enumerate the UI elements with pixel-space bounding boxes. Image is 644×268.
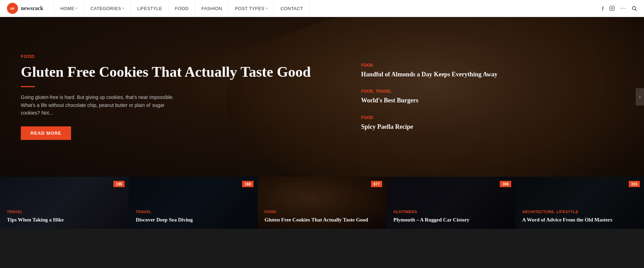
nav-item-categories[interactable]: CATEGORIES ▾ [84, 0, 131, 17]
card-hike[interactable]: 195 Travel Tips When Taking a Hike [0, 177, 129, 229]
navbar: nr newsrack HOME ▾ CATEGORIES ▾ LIFESTYL… [0, 0, 644, 17]
more-icon[interactable]: ··· [620, 5, 626, 12]
nav-link-fashion[interactable]: FASHION [195, 0, 229, 17]
hero-side-cat-1: Food [361, 63, 569, 68]
card-masters-badge: 315 [629, 181, 640, 187]
card-car-title: Plymouth – A Rugged Car Cistory [393, 217, 508, 224]
hero-main-description: Going gluten-free is hard. But giving up… [21, 93, 180, 117]
card-masters-content: Architecture, Lifestyle A Word of Advice… [515, 177, 644, 229]
card-diving-badge: 168 [242, 181, 253, 187]
nav-link-categories[interactable]: CATEGORIES ▾ [84, 0, 131, 17]
card-diving-title: Discover Deep Sea Diving [136, 217, 250, 224]
svg-point-3 [633, 7, 636, 10]
chevron-down-icon: ▾ [122, 7, 124, 10]
card-diving-content: Travel Discover Deep Sea Diving [129, 177, 257, 229]
card-masters-category: Architecture, Lifestyle [522, 210, 637, 214]
card-cookies-category: Food [265, 210, 379, 214]
hero-next-button[interactable]: › [636, 88, 644, 106]
svg-point-2 [613, 7, 613, 7]
card-cookies[interactable]: 677 Food Gluten Free Cookies That Actual… [258, 177, 386, 229]
card-hike-title: Tips When Taking a Hike [7, 217, 122, 224]
logo[interactable]: nr newsrack [7, 3, 43, 14]
hero-side-title-2[interactable]: World's Best Burgers [361, 97, 569, 104]
hero-content: Food Gluten Free Cookies That Actually T… [0, 17, 644, 177]
hero-side-title-3[interactable]: Spicy Paella Recipe [361, 123, 569, 131]
card-diving-category: Travel [136, 210, 250, 214]
hero-sidebar: Food Handful of Almonds a Day Keeps Ever… [354, 17, 579, 177]
read-more-button[interactable]: READ MORE [21, 126, 71, 140]
nav-item-fashion[interactable]: FASHION [195, 0, 229, 17]
logo-name: newsrack [21, 5, 43, 11]
card-hike-badge: 195 [113, 181, 124, 187]
svg-rect-0 [610, 6, 614, 10]
nav-item-post-types[interactable]: POST TYPES ▾ [229, 0, 274, 17]
hero-main-article: Food Gluten Free Cookies That Actually T… [0, 17, 354, 177]
card-cookies-badge: 677 [371, 181, 382, 187]
card-car-category: Oldtimers [393, 210, 508, 214]
chevron-down-icon: ▾ [76, 7, 77, 10]
card-car[interactable]: 306 Oldtimers Plymouth – A Rugged Car Ci… [386, 177, 515, 229]
hero-side-cat-3: Food [361, 115, 569, 120]
instagram-icon[interactable] [609, 6, 615, 11]
logo-icon: nr [7, 3, 18, 14]
search-icon[interactable] [632, 6, 637, 11]
nav-link-contact[interactable]: CONTACT [274, 0, 310, 17]
card-hike-category: Travel [7, 210, 122, 214]
nav-link-post-types[interactable]: POST TYPES ▾ [229, 0, 274, 17]
hero-side-item-3: Food Spicy Paella Recipe [361, 115, 569, 131]
cards-row: 195 Travel Tips When Taking a Hike 168 T… [0, 177, 644, 229]
chevron-down-icon: ▾ [266, 7, 268, 10]
nav-link-food[interactable]: FOOD [169, 0, 195, 17]
svg-line-4 [635, 9, 637, 11]
card-cookies-content: Food Gluten Free Cookies That Actually T… [258, 177, 386, 229]
card-car-badge: 306 [500, 181, 511, 187]
card-cookies-title: Gluten Free Cookies That Actually Taste … [265, 217, 379, 224]
hero-main-title: Gluten Free Cookies That Actually Taste … [21, 63, 333, 81]
facebook-icon[interactable]: f [602, 6, 604, 11]
nav-link-lifestyle[interactable]: LIFESTYLE [131, 0, 169, 17]
nav-item-contact[interactable]: CONTACT [274, 0, 310, 17]
hero-side-item-2: Food, Travel World's Best Burgers [361, 89, 569, 104]
nav-item-home[interactable]: HOME ▾ [54, 0, 84, 17]
card-masters-title: A Word of Advice From the Old Masters [522, 217, 637, 224]
nav-item-lifestyle[interactable]: LIFESTYLE [131, 0, 169, 17]
hero-divider [21, 86, 35, 87]
nav-social: f ··· [602, 5, 637, 12]
card-hike-content: Travel Tips When Taking a Hike [0, 177, 129, 229]
hero-main-category: Food [21, 54, 333, 59]
hero-side-item-1: Food Handful of Almonds a Day Keeps Ever… [361, 63, 569, 78]
nav-item-food[interactable]: FOOD [169, 0, 195, 17]
card-diving[interactable]: 168 Travel Discover Deep Sea Diving [129, 177, 257, 229]
hero-side-cat-2: Food, Travel [361, 89, 569, 94]
card-car-content: Oldtimers Plymouth – A Rugged Car Cistor… [386, 177, 515, 229]
nav-link-home[interactable]: HOME ▾ [54, 0, 84, 17]
hero-section: Food Gluten Free Cookies That Actually T… [0, 17, 644, 177]
hero-side-title-1[interactable]: Handful of Almonds a Day Keeps Everythin… [361, 70, 569, 78]
svg-point-1 [611, 7, 613, 9]
nav-links: HOME ▾ CATEGORIES ▾ LIFESTYLE FOOD FASHI… [54, 0, 602, 17]
card-masters[interactable]: 315 Architecture, Lifestyle A Word of Ad… [515, 177, 644, 229]
